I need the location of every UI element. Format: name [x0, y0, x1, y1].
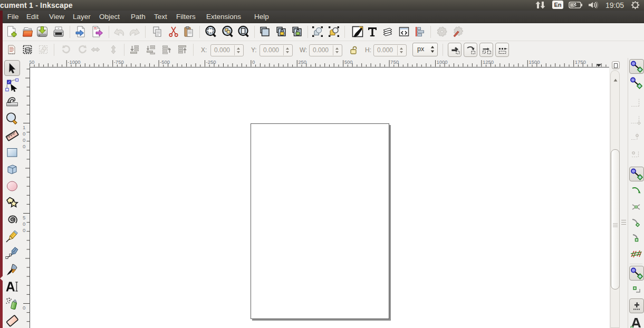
- svg-text:750: 750: [390, 59, 399, 65]
- svg-text:0: 0: [23, 143, 25, 149]
- svg-text:-500: -500: [160, 59, 170, 65]
- svg-text:1: 1: [23, 124, 25, 130]
- svg-text:1250: 1250: [483, 59, 494, 65]
- svg-text:-1250: -1250: [30, 59, 34, 65]
- svg-text:0: 0: [23, 227, 25, 233]
- svg-text:0: 0: [23, 137, 25, 143]
- svg-text:-1000: -1000: [68, 59, 80, 65]
- svg-text:500: 500: [344, 59, 353, 65]
- svg-text:-250: -250: [206, 59, 216, 65]
- svg-text:0: 0: [23, 131, 25, 137]
- svg-text:-750: -750: [114, 59, 124, 65]
- svg-text:0: 0: [23, 221, 25, 227]
- svg-text:1000: 1000: [437, 59, 448, 65]
- svg-text:1500: 1500: [528, 59, 540, 65]
- svg-text:1750: 1750: [575, 59, 586, 65]
- svg-text:0: 0: [23, 305, 25, 311]
- svg-text:0: 0: [252, 59, 255, 65]
- svg-text:5: 5: [23, 215, 25, 220]
- svg-text:250: 250: [298, 59, 306, 65]
